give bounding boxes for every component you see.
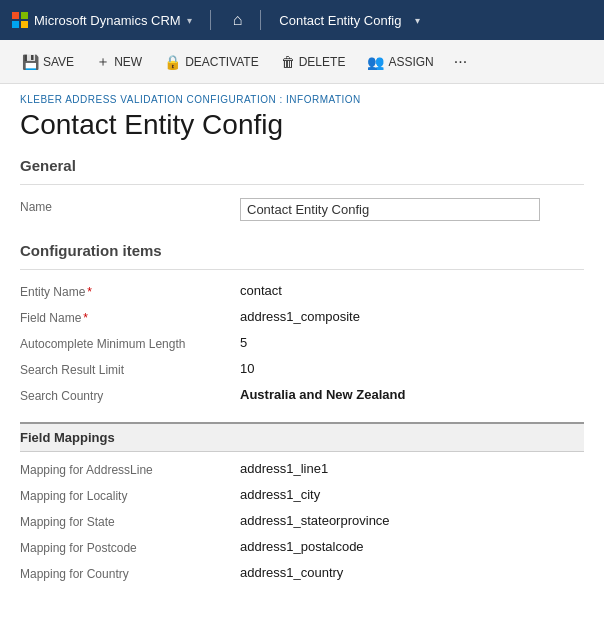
entity-name-value: contact (240, 283, 584, 298)
nav-bar: Microsoft Dynamics CRM ▾ ⌂ Contact Entit… (0, 0, 604, 40)
delete-label: DELETE (299, 55, 346, 69)
search-result-limit-row: Search Result Limit 10 (20, 356, 584, 382)
mapping-addressline-value: address1_line1 (240, 461, 584, 476)
mapping-postcode-label: Mapping for Postcode (20, 539, 240, 555)
general-separator (20, 184, 584, 185)
new-icon: ＋ (96, 53, 110, 71)
deactivate-button[interactable]: 🔒 DEACTIVATE (154, 48, 269, 76)
autocomplete-min-value: 5 (240, 335, 584, 350)
mapping-state-value: address1_stateorprovince (240, 513, 584, 528)
new-button[interactable]: ＋ NEW (86, 47, 152, 77)
nav-page-title: Contact Entity Config (279, 13, 401, 28)
name-row: Name (20, 193, 584, 226)
svg-rect-0 (12, 12, 19, 19)
mapping-postcode-value: address1_postalcode (240, 539, 584, 554)
save-button[interactable]: 💾 SAVE (12, 48, 84, 76)
entity-name-row: Entity Name* contact (20, 278, 584, 304)
field-name-value: address1_composite (240, 309, 584, 324)
save-icon: 💾 (22, 54, 39, 70)
ms-logo-icon (12, 12, 28, 28)
assign-icon: 👥 (367, 54, 384, 70)
config-section-title: Configuration items (20, 242, 584, 259)
mapping-state-row: Mapping for State address1_stateorprovin… (20, 508, 584, 534)
nav-divider (210, 10, 211, 30)
search-result-limit-label: Search Result Limit (20, 361, 240, 377)
svg-rect-3 (21, 21, 28, 28)
general-section: General Name (20, 157, 584, 226)
deactivate-icon: 🔒 (164, 54, 181, 70)
mapping-state-label: Mapping for State (20, 513, 240, 529)
brand-label: Microsoft Dynamics CRM (34, 13, 181, 28)
new-label: NEW (114, 55, 142, 69)
assign-button[interactable]: 👥 ASSIGN (357, 48, 443, 76)
field-name-label: Field Name* (20, 309, 240, 325)
field-mappings-header: Field Mappings (20, 422, 584, 452)
entity-name-label: Entity Name* (20, 283, 240, 299)
mapping-locality-label: Mapping for Locality (20, 487, 240, 503)
mapping-locality-value: address1_city (240, 487, 584, 502)
mapping-postcode-row: Mapping for Postcode address1_postalcode (20, 534, 584, 560)
svg-rect-1 (21, 12, 28, 19)
mapping-addressline-label: Mapping for AddressLine (20, 461, 240, 477)
save-label: SAVE (43, 55, 74, 69)
toolbar: 💾 SAVE ＋ NEW 🔒 DEACTIVATE 🗑 DELETE 👥 ASS… (0, 40, 604, 84)
mapping-country-label: Mapping for Country (20, 565, 240, 581)
field-name-required: * (83, 311, 88, 325)
name-field-container (240, 198, 584, 221)
name-input[interactable] (240, 198, 540, 221)
mapping-addressline-row: Mapping for AddressLine address1_line1 (20, 456, 584, 482)
general-section-title: General (20, 157, 584, 174)
nav-divider-2 (260, 10, 261, 30)
search-country-label: Search Country (20, 387, 240, 403)
search-result-limit-value: 10 (240, 361, 584, 376)
home-icon[interactable]: ⌂ (233, 11, 243, 29)
config-separator (20, 269, 584, 270)
more-label: ··· (454, 53, 467, 70)
assign-label: ASSIGN (388, 55, 433, 69)
mapping-locality-row: Mapping for Locality address1_city (20, 482, 584, 508)
mapping-country-value: address1_country (240, 565, 584, 580)
content-area: KLEBER ADDRESS VALIDATION CONFIGURATION … (0, 84, 604, 606)
search-country-row: Search Country Australia and New Zealand (20, 382, 584, 408)
nav-brand[interactable]: Microsoft Dynamics CRM ▾ (12, 12, 192, 28)
entity-name-required: * (87, 285, 92, 299)
deactivate-label: DEACTIVATE (185, 55, 259, 69)
delete-button[interactable]: 🗑 DELETE (271, 48, 356, 76)
more-button[interactable]: ··· (446, 49, 475, 75)
field-mappings-section: Field Mappings Mapping for AddressLine a… (20, 422, 584, 586)
search-country-value: Australia and New Zealand (240, 387, 584, 402)
name-label: Name (20, 198, 240, 214)
breadcrumb: KLEBER ADDRESS VALIDATION CONFIGURATION … (20, 84, 584, 109)
brand-caret-icon: ▾ (187, 15, 192, 26)
autocomplete-min-label: Autocomplete Minimum Length (20, 335, 240, 351)
config-section: Configuration items Entity Name* contact… (20, 242, 584, 408)
field-name-row: Field Name* address1_composite (20, 304, 584, 330)
mapping-country-row: Mapping for Country address1_country (20, 560, 584, 586)
nav-page-caret-icon[interactable]: ▾ (415, 15, 420, 26)
autocomplete-min-row: Autocomplete Minimum Length 5 (20, 330, 584, 356)
delete-icon: 🗑 (281, 54, 295, 70)
page-title: Contact Entity Config (20, 109, 584, 141)
svg-rect-2 (12, 21, 19, 28)
